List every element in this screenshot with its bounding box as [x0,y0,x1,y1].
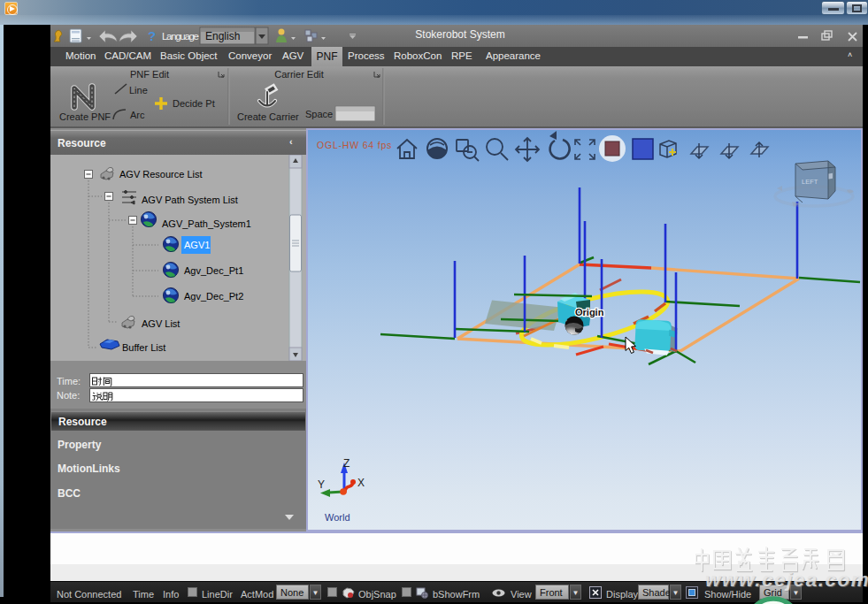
svg-text:PNF Edit: PNF Edit [130,69,169,80]
svg-text:World: World [325,512,350,523]
svg-text:AGV Resource List: AGV Resource List [119,169,203,180]
svg-text:Agv_Dec_Pt1: Agv_Dec_Pt1 [184,265,243,276]
svg-text:Z: Z [343,457,350,470]
svg-text:OGL-HW 64 fps: OGL-HW 64 fps [317,140,392,150]
svg-text:?: ? [148,28,156,43]
svg-text:X: X [357,477,365,489]
svg-text:Line: Line [129,85,148,96]
svg-text:Carrier Edit: Carrier Edit [274,69,324,80]
svg-text:Space: Space [305,109,333,119]
svg-text:Origin: Origin [575,307,604,317]
svg-text:LEFT: LEFT [802,178,818,186]
svg-text:AGV_Path_System1: AGV_Path_System1 [162,218,251,229]
svg-text:Agv_Dec_Pt2: Agv_Dec_Pt2 [184,291,243,302]
svg-text:AGV Path System List: AGV Path System List [142,195,238,205]
svg-text:Y: Y [318,478,325,491]
svg-text:English: English [205,30,240,42]
svg-text:Create PNF: Create PNF [59,111,111,122]
svg-text:Decide Pt: Decide Pt [173,98,215,109]
svg-text:AGV List: AGV List [142,318,180,329]
svg-text:Language: Language [162,31,199,42]
svg-text:Buffer List: Buffer List [122,342,165,353]
svg-text:Stokerobot System: Stokerobot System [415,28,504,41]
svg-text:www.cejea.com: www.cejea.com [705,569,868,591]
svg-text:Create Carrier: Create Carrier [237,111,299,122]
svg-text:AGV1: AGV1 [184,240,210,250]
svg-text:Arc: Arc [130,110,145,120]
